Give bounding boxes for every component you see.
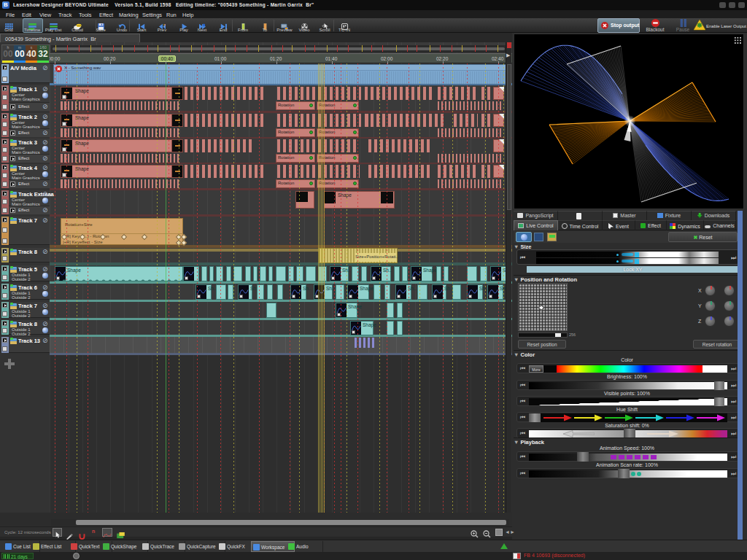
svg-text:Beta: Beta: [77, 25, 82, 26]
